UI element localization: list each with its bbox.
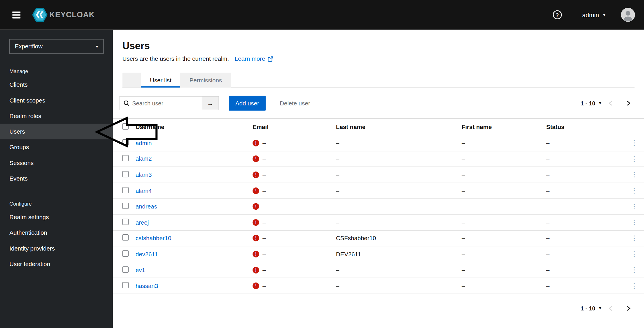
username-link[interactable]: andreas (135, 203, 157, 210)
column-header-first-name: First name (462, 124, 546, 130)
kebab-menu-button[interactable]: ⋮ (627, 249, 641, 259)
row-checkbox[interactable] (123, 282, 129, 288)
table-row: andreas ! – – – – ⋮ (113, 199, 644, 215)
chevron-down-icon: ▾ (603, 13, 605, 17)
external-link-icon (267, 56, 273, 62)
email-warning-icon: ! (253, 187, 259, 194)
masthead-right: ? admin ▾ (553, 8, 644, 22)
kebab-menu-button[interactable]: ⋮ (627, 170, 641, 180)
kebab-menu-button[interactable]: ⋮ (627, 265, 641, 275)
realm-selector[interactable]: Expertflow ▾ (9, 39, 104, 54)
realm-selector-label: Expertflow (15, 43, 43, 50)
kebab-menu-button[interactable]: ⋮ (627, 217, 641, 227)
username-link[interactable]: ev1 (135, 267, 145, 273)
user-menu[interactable]: admin ▾ (582, 11, 605, 18)
sidebar-item-authentication[interactable]: Authentication (0, 225, 113, 240)
pagination-dropdown[interactable]: 1 - 10 ▾ (581, 305, 601, 312)
status-value: – (546, 140, 624, 146)
pagination-next-button[interactable] (619, 96, 637, 110)
first-name-value: – (462, 171, 546, 178)
sidebar-item-realm-roles[interactable]: Realm roles (0, 108, 113, 124)
sidebar-item-events[interactable]: Events (0, 171, 113, 186)
row-checkbox[interactable] (123, 251, 129, 257)
row-checkbox[interactable] (123, 171, 129, 177)
sidebar-item-identity-providers[interactable]: Identity providers (0, 240, 113, 256)
nav-list: ClientsClient scopesRealm rolesUsersGrou… (0, 77, 113, 186)
status-value: – (546, 219, 624, 226)
table-footer: 1 - 10 ▾ (113, 294, 644, 315)
table-toolbar: → Add user Delete user 1 - 10 ▾ (113, 88, 644, 119)
table-row: csfshabber10 ! – CSFshabber10 – – ⋮ (113, 230, 644, 246)
tab-permissions[interactable]: Permissions (180, 73, 231, 88)
email-value: – (262, 235, 266, 242)
username-link[interactable]: admin (135, 140, 152, 146)
row-checkbox[interactable] (123, 266, 129, 272)
last-name-value: DEV2611 (336, 251, 462, 257)
email-value: – (262, 140, 266, 146)
kebab-menu-button[interactable]: ⋮ (627, 138, 641, 148)
masthead: KEYCLOAK ? admin ▾ (0, 0, 644, 30)
column-header-email: Email (253, 124, 336, 130)
row-checkbox[interactable] (123, 219, 129, 225)
keycloak-admin-console: KEYCLOAK ? admin ▾ Expertflow ▾ ManageCl… (0, 0, 644, 328)
pagination-range: 1 - 10 (581, 305, 595, 312)
kebab-menu-button[interactable]: ⋮ (627, 281, 641, 291)
column-header-last-name: Last name (336, 124, 462, 130)
username-link[interactable]: alam3 (135, 171, 152, 178)
pagination-prev-button[interactable] (601, 302, 619, 316)
username-link[interactable]: alam4 (135, 187, 152, 194)
username-link[interactable]: dev2611 (135, 251, 158, 257)
avatar[interactable] (621, 8, 635, 22)
username-link[interactable]: csfshabber10 (135, 235, 171, 242)
sidebar: Expertflow ▾ ManageClientsClient scopesR… (0, 30, 113, 328)
email-warning-icon: ! (253, 219, 259, 226)
row-checkbox[interactable] (123, 187, 129, 193)
first-name-value: – (462, 283, 546, 289)
first-name-value: – (462, 235, 546, 242)
row-checkbox[interactable] (123, 155, 129, 161)
help-icon[interactable]: ? (553, 10, 561, 19)
hamburger-menu-button[interactable] (10, 9, 23, 21)
select-all-checkbox[interactable] (123, 123, 129, 129)
table-row: alam4 ! – – – – ⋮ (113, 183, 644, 199)
status-value: – (546, 203, 624, 210)
last-name-value: – (336, 171, 462, 178)
sidebar-item-users[interactable]: Users (0, 124, 113, 139)
sidebar-item-user-federation[interactable]: User federation (0, 256, 113, 272)
sidebar-item-client-scopes[interactable]: Client scopes (0, 92, 113, 108)
sidebar-nav: ManageClientsClient scopesRealm rolesUse… (0, 69, 113, 272)
nav-list: Realm settingsAuthenticationIdentity pro… (0, 209, 113, 272)
sidebar-item-clients[interactable]: Clients (0, 77, 113, 92)
email-value: – (262, 267, 266, 273)
search-submit-button[interactable]: → (202, 96, 219, 110)
sidebar-item-realm-settings[interactable]: Realm settings (0, 209, 113, 225)
username-link[interactable]: hassan3 (135, 283, 158, 289)
kebab-menu-button[interactable]: ⋮ (627, 233, 641, 243)
add-user-button[interactable]: Add user (229, 96, 266, 110)
kebab-menu-button[interactable]: ⋮ (627, 201, 641, 212)
username-link[interactable]: alam2 (135, 156, 152, 162)
learn-more-link[interactable]: Learn more (235, 56, 273, 62)
chevron-down-icon: ▾ (96, 44, 98, 49)
sidebar-item-groups[interactable]: Groups (0, 139, 113, 155)
row-checkbox[interactable] (123, 139, 129, 145)
email-warning-icon: ! (253, 171, 259, 178)
pagination-prev-button[interactable] (601, 96, 619, 110)
kebab-menu-button[interactable]: ⋮ (627, 154, 641, 164)
tab-user-list[interactable]: User list (141, 73, 181, 88)
email-value: – (262, 219, 266, 226)
username-link[interactable]: areej (135, 219, 149, 226)
status-value: – (546, 251, 624, 257)
status-value: – (546, 235, 624, 242)
row-checkbox[interactable] (123, 234, 129, 240)
email-value: – (262, 283, 266, 289)
sidebar-item-sessions[interactable]: Sessions (0, 155, 113, 170)
page-subtitle: Users are the users in the current realm… (123, 56, 229, 62)
kebab-menu-button[interactable]: ⋮ (627, 185, 641, 196)
delete-user-button[interactable]: Delete user (280, 100, 310, 106)
pagination-next-button[interactable] (619, 302, 637, 316)
row-checkbox[interactable] (123, 203, 129, 209)
pagination-dropdown[interactable]: 1 - 10 ▾ (581, 100, 601, 106)
search-input[interactable] (132, 100, 198, 106)
pagination-bottom: 1 - 10 ▾ (581, 302, 638, 316)
